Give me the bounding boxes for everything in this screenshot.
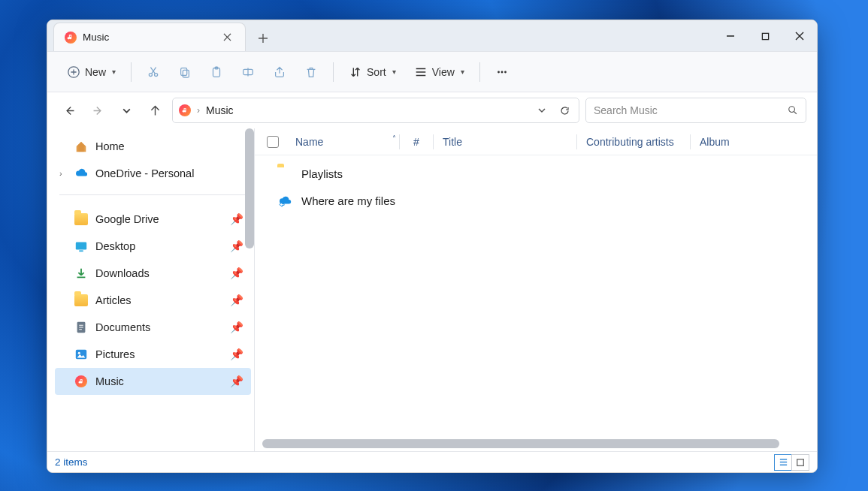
- column-header-number[interactable]: #: [400, 136, 433, 148]
- address-bar[interactable]: › Music: [172, 98, 579, 123]
- svg-rect-5: [183, 70, 189, 77]
- chevron-down-icon: ▾: [461, 68, 464, 76]
- file-list-area: Name ˄ # Title Contributing artists Albu…: [255, 128, 817, 451]
- sort-ascending-icon: ˄: [392, 134, 396, 143]
- breadcrumb-location[interactable]: Music: [206, 104, 234, 116]
- file-name: Where are my files: [301, 194, 395, 207]
- tab-strip: Music: [47, 20, 276, 51]
- view-button[interactable]: View ▾: [407, 59, 472, 86]
- svg-point-3: [155, 73, 158, 76]
- svg-rect-14: [79, 250, 83, 252]
- sidebar-item-label: Pictures: [95, 348, 135, 360]
- forward-button[interactable]: [86, 99, 109, 122]
- toolbar-separator: [131, 62, 132, 82]
- cut-button[interactable]: [139, 59, 168, 86]
- horizontal-scrollbar[interactable]: [262, 439, 779, 448]
- sidebar-scrollbar[interactable]: [245, 128, 254, 249]
- pin-icon: 📌: [230, 240, 243, 253]
- sidebar-item-downloads[interactable]: Downloads 📌: [55, 260, 251, 287]
- folder-icon: [277, 167, 292, 180]
- thumbnails-view-button[interactable]: [791, 454, 809, 471]
- svg-rect-18: [797, 459, 804, 465]
- sidebar-item-documents[interactable]: Documents 📌: [55, 314, 251, 341]
- tab-close-button[interactable]: [219, 30, 234, 45]
- breadcrumb-separator: ›: [197, 105, 200, 116]
- search-input[interactable]: [594, 104, 788, 116]
- svg-point-11: [504, 71, 507, 73]
- status-text: 2 items: [55, 456, 88, 468]
- sidebar-item-label: Desktop: [95, 240, 135, 252]
- sort-button[interactable]: Sort ▾: [341, 59, 404, 86]
- sidebar-item-onedrive[interactable]: › OneDrive - Personal: [55, 160, 251, 187]
- sidebar-item-pictures[interactable]: Pictures 📌: [55, 341, 251, 368]
- svg-rect-13: [76, 242, 86, 250]
- delete-button[interactable]: [297, 59, 325, 86]
- cloud-shortcut-icon: [277, 194, 292, 207]
- refresh-button[interactable]: [556, 99, 573, 122]
- new-button[interactable]: New ▾: [59, 59, 123, 86]
- column-header-name[interactable]: Name ˄: [286, 136, 399, 148]
- details-view-button[interactable]: [774, 454, 792, 471]
- svg-point-17: [78, 352, 80, 354]
- chevron-right-icon: ›: [59, 169, 62, 178]
- sidebar-item-articles[interactable]: Articles 📌: [55, 287, 251, 314]
- rename-icon: [241, 65, 255, 79]
- sort-label: Sort: [367, 66, 386, 78]
- minimize-button[interactable]: [713, 20, 748, 52]
- up-button[interactable]: [144, 99, 166, 122]
- desktop-icon: [74, 239, 88, 253]
- paste-icon: [210, 65, 223, 79]
- pin-icon: 📌: [230, 267, 243, 280]
- share-icon: [273, 65, 286, 79]
- column-header-row: Name ˄ # Title Contributing artists Albu…: [255, 128, 817, 155]
- rename-button[interactable]: [234, 59, 262, 86]
- copy-button[interactable]: [171, 59, 199, 86]
- paste-button[interactable]: [202, 59, 231, 86]
- nav-row: › Music: [47, 92, 817, 128]
- svg-point-2: [149, 73, 152, 76]
- sidebar-item-label: Home: [95, 140, 125, 152]
- sidebar-item-music[interactable]: Music 📌: [55, 368, 251, 395]
- file-explorer-window: Music New: [47, 20, 818, 473]
- file-name: Playlists: [301, 167, 343, 180]
- sort-icon: [349, 65, 362, 79]
- download-icon: [74, 267, 88, 280]
- sidebar-divider: [59, 194, 246, 195]
- share-button[interactable]: [265, 59, 294, 86]
- search-box[interactable]: [585, 98, 806, 123]
- svg-point-10: [501, 71, 503, 73]
- close-button[interactable]: [782, 20, 817, 52]
- sidebar-item-desktop[interactable]: Desktop 📌: [55, 233, 251, 260]
- select-all-checkbox[interactable]: [267, 136, 279, 148]
- sidebar-item-label: Music: [95, 375, 124, 387]
- column-header-title[interactable]: Title: [434, 136, 576, 148]
- column-header-artists[interactable]: Contributing artists: [577, 136, 690, 148]
- pin-icon: 📌: [230, 213, 243, 226]
- svg-rect-0: [762, 33, 768, 39]
- trash-icon: [304, 65, 318, 79]
- titlebar: Music: [47, 20, 817, 52]
- pin-icon: 📌: [230, 294, 243, 307]
- pictures-icon: [74, 348, 88, 361]
- new-tab-button[interactable]: [250, 26, 276, 51]
- sidebar-item-home[interactable]: Home: [55, 133, 251, 160]
- maximize-button[interactable]: [748, 20, 782, 52]
- folder-icon: [74, 212, 88, 226]
- file-row[interactable]: Where are my files: [255, 187, 817, 214]
- recent-locations-button[interactable]: [115, 99, 138, 122]
- file-row[interactable]: Playlists: [255, 160, 817, 187]
- back-button[interactable]: [58, 99, 80, 122]
- sidebar-item-label: Downloads: [95, 267, 150, 279]
- tab-music[interactable]: Music: [53, 23, 246, 51]
- pin-icon: 📌: [230, 348, 243, 361]
- cut-icon: [147, 65, 160, 79]
- music-icon: [179, 104, 191, 116]
- address-dropdown-button[interactable]: [534, 99, 550, 122]
- chevron-down-icon: ▾: [112, 68, 116, 76]
- sidebar-item-label: Articles: [95, 294, 132, 306]
- navigation-pane: Home › OneDrive - Personal Google Drive …: [47, 128, 255, 451]
- more-button[interactable]: [488, 59, 516, 86]
- sidebar-item-google-drive[interactable]: Google Drive 📌: [55, 206, 251, 233]
- column-header-album[interactable]: Album: [691, 136, 739, 148]
- caption-buttons: [713, 20, 817, 52]
